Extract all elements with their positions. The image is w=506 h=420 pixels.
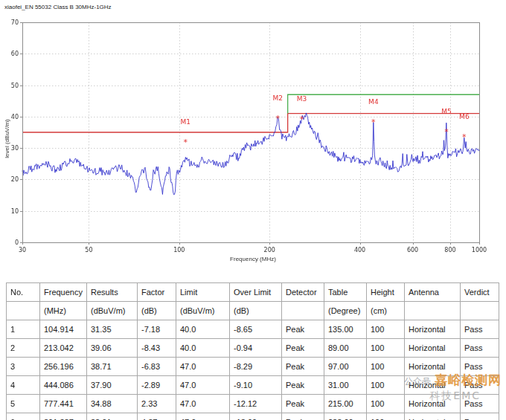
cell-limit: 47.0 [176,376,230,395]
cell-factor: 4.37 [138,413,176,420]
cell-factor: -6.83 [138,358,176,376]
cell-results: 33.01 [87,413,138,420]
header-unit-row: (MHz) (dBuV/m) (dB) (dBuV/m) (dB) (Degre… [7,302,499,320]
col-header-results: Results [87,283,138,302]
cell-table-degree: 215.00 [324,395,367,413]
cell-limit: 40.0 [176,339,230,358]
col-header-table: Table [324,283,367,302]
cell-no: 6 [7,413,40,420]
cell-no: 3 [7,358,40,376]
emc-report-page: xiaofei_EN 55032 Class B 30MHz-1GHz leve… [0,0,506,420]
col-header-frequency: Frequency [40,283,87,302]
cell-limit: 47.0 [176,358,230,376]
cell-over-limit: -8.29 [230,358,282,376]
col-header-no: No. [7,283,40,302]
cell-over-limit: -13.99 [230,413,282,420]
col-unit-verdict [461,302,499,320]
cell-detector: Peak [282,413,324,420]
col-unit-over-limit: (dB) [230,302,282,320]
cell-antenna: Horizontal [405,320,461,339]
col-unit-antenna [405,302,461,320]
cell-antenna: Horizontal [405,358,461,376]
cell-limit: 40.0 [176,320,230,339]
table-row: 2 213.042 39.06 -8.43 40.0 -0.94 Peak 89… [7,339,499,358]
cell-no: 1 [7,320,40,339]
cell-height: 100 [367,376,405,395]
cell-limit: 47.0 [176,395,230,413]
cell-verdict: Pass [461,320,499,339]
cell-antenna: Horizontal [405,413,461,420]
cell-detector: Peak [282,320,324,339]
cell-verdict: Pass [461,358,499,376]
cell-table-degree: 31.00 [324,376,367,395]
cell-factor: 2.33 [138,395,176,413]
col-unit-frequency: (MHz) [40,302,87,320]
cell-no: 5 [7,395,40,413]
cell-over-limit: -8.65 [230,320,282,339]
cell-verdict: Pass [461,413,499,420]
col-header-limit: Limit [176,283,230,302]
cell-verdict: Pass [461,395,499,413]
cell-antenna: Horizontal [405,339,461,358]
cell-height: 100 [367,395,405,413]
cell-over-limit: -0.94 [230,339,282,358]
cell-no: 4 [7,376,40,395]
cell-frequency: 444.086 [40,376,87,395]
cell-results: 38.71 [87,358,138,376]
cell-table-degree: 238.00 [324,413,367,420]
cell-factor: -2.89 [138,376,176,395]
col-header-factor: Factor [138,283,176,302]
col-unit-height: (cm) [367,302,405,320]
cell-height: 100 [367,358,405,376]
col-unit-limit: (dBuV/m) [176,302,230,320]
table-row: 3 256.196 38.71 -6.83 47.0 -8.29 Peak 97… [7,358,499,376]
col-unit-factor: (dB) [138,302,176,320]
table-row: 5 777.441 34.88 2.33 47.0 -12.12 Peak 21… [7,395,499,413]
cell-verdict: Pass [461,339,499,358]
cell-results: 34.88 [87,395,138,413]
cell-height: 100 [367,413,405,420]
cell-frequency: 777.441 [40,395,87,413]
table-row: 1 104.914 31.35 -7.18 40.0 -8.65 Peak 13… [7,320,499,339]
cell-results: 37.90 [87,376,138,395]
cell-no: 2 [7,339,40,358]
cell-verdict: Pass [461,376,499,395]
cell-factor: -8.43 [138,339,176,358]
cell-results: 39.06 [87,339,138,358]
x-axis-label: Frequency (MHz) [0,256,506,262]
col-header-antenna: Antenna [405,283,461,302]
emi-spectrum-chart [0,0,506,269]
cell-frequency: 104.914 [40,320,87,339]
table-row: 6 891.387 33.01 4.37 47.0 -13.99 Peak 23… [7,413,499,420]
y-axis-label: level (dBuV/m) [4,98,10,180]
col-header-detector: Detector [282,283,324,302]
cell-height: 100 [367,339,405,358]
cell-detector: Peak [282,358,324,376]
cell-detector: Peak [282,376,324,395]
cell-table-degree: 135.00 [324,320,367,339]
cell-limit: 47.0 [176,413,230,420]
cell-frequency: 213.042 [40,339,87,358]
col-unit-table: (Degree) [324,302,367,320]
cell-results: 31.35 [87,320,138,339]
table-row: 4 444.086 37.90 -2.89 47.0 -9.10 Peak 31… [7,376,499,395]
cell-antenna: Horizontal [405,395,461,413]
col-header-height: Height [367,283,405,302]
cell-detector: Peak [282,339,324,358]
cell-frequency: 891.387 [40,413,87,420]
cell-over-limit: -9.10 [230,376,282,395]
cell-frequency: 256.196 [40,358,87,376]
col-header-over-limit: Over Limit [230,283,282,302]
cell-over-limit: -12.12 [230,395,282,413]
cell-height: 100 [367,320,405,339]
cell-table-degree: 97.00 [324,358,367,376]
cell-table-degree: 89.00 [324,339,367,358]
header-name-row: No. Frequency Results Factor Limit Over … [7,283,499,302]
cell-factor: -7.18 [138,320,176,339]
col-unit-results: (dBuV/m) [87,302,138,320]
col-unit-no [7,302,40,320]
results-table: No. Frequency Results Factor Limit Over … [6,282,499,420]
cell-detector: Peak [282,395,324,413]
cell-antenna: Horizontal [405,376,461,395]
col-unit-detector [282,302,324,320]
